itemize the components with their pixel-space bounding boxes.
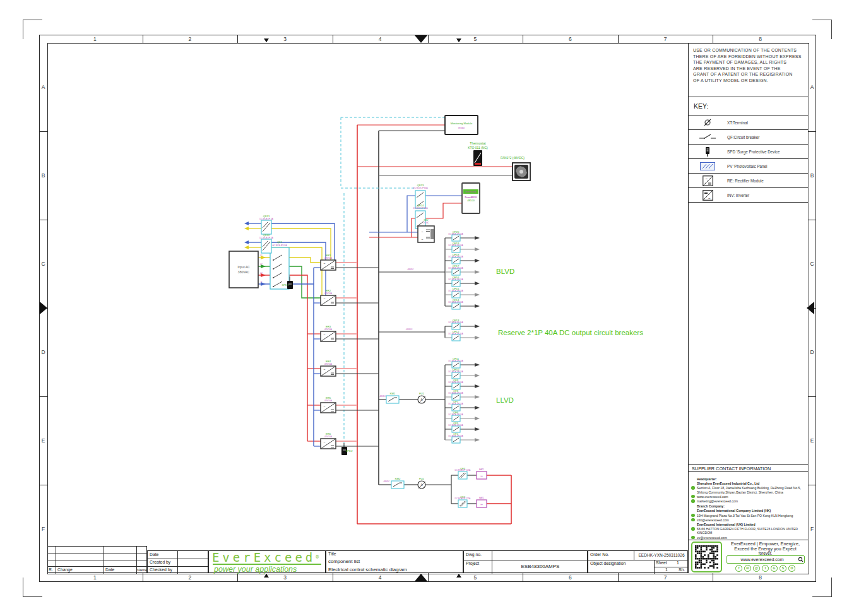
column-label-bottom: 8 xyxy=(759,574,762,581)
wire-arrow xyxy=(244,222,249,225)
breaker-QF4: QF4DC MCB 1P 63A xyxy=(445,432,475,444)
breaker-QF20: QF20DC MCB 1P 63A xyxy=(445,230,475,242)
column-label-bottom: 4 xyxy=(379,574,382,581)
object-designation-label: Object designation xyxy=(590,561,626,566)
column-label-top: 4 xyxy=(379,36,382,42)
column-label-top: 7 xyxy=(664,36,667,42)
quarter-mark xyxy=(456,38,461,42)
svg-text:LLVD: LLVD xyxy=(496,396,514,404)
wire-arrow xyxy=(475,293,480,297)
drawing-title-line1: component list xyxy=(328,559,360,564)
svg-text:DC MCB 1P 63A: DC MCB 1P 63A xyxy=(448,392,463,394)
wire-arrow xyxy=(475,395,480,399)
svg-text:FAN1*2 (48VDC): FAN1*2 (48VDC) xyxy=(501,156,525,160)
registered-mark: ® xyxy=(316,554,322,560)
svg-text:SPD2: SPD2 xyxy=(346,449,353,453)
breaker-QF18: QF18DC MCB 1P 63A xyxy=(445,253,475,264)
key-row-label: RE: Rectifier Module xyxy=(727,179,764,183)
drawing-page: 1122334455667788AABBCCDDEEFF USE OR COMM… xyxy=(0,0,854,616)
column-label-top: 1 xyxy=(93,36,97,42)
project-label: Project xyxy=(466,561,479,566)
supplier-contact-info: Headquarter:Shenzhen EverExceed Industri… xyxy=(688,473,805,538)
title-label: Title xyxy=(328,552,336,556)
key-legend: XT:TerminalQF:Circuit breakerSPD 'Surge … xyxy=(688,115,808,203)
svg-text:DC MCB 1P 63A: DC MCB 1P 63A xyxy=(448,424,463,427)
svg-text:~: ~ xyxy=(324,367,326,371)
column-tick xyxy=(237,35,238,43)
svg-text:~: ~ xyxy=(324,261,326,265)
rectifier-ER6: ~ER648V/50A xyxy=(314,432,379,449)
key-row-label: PV 'Photovoltaic Panel xyxy=(727,164,768,169)
row-tick xyxy=(808,131,816,132)
wire-arrow xyxy=(244,246,249,249)
breaker-QF17: QF17DC MCB 1P 63A xyxy=(445,264,475,276)
wire-arrow xyxy=(475,438,480,442)
dwg-no-label: Dwg no. xyxy=(466,552,482,557)
svg-text:KM2: KM2 xyxy=(395,477,401,480)
rectifier-ER4: ~ER448V/50A xyxy=(314,360,379,377)
wire-arrow xyxy=(244,227,249,230)
svg-text:EverExceed: EverExceed xyxy=(466,191,477,193)
svg-text:DC MCB 1P 63A: DC MCB 1P 63A xyxy=(448,244,463,247)
column-tick xyxy=(713,573,713,581)
svg-text:DC MCB 2P 63A: DC MCB 2P 63A xyxy=(413,207,428,210)
rectifier-ER1: ~ER148V/50A xyxy=(314,254,379,271)
svg-text:DC MCB 1P 63A: DC MCB 1P 63A xyxy=(448,290,463,292)
svg-text:DC/AC: DC/AC xyxy=(423,222,429,224)
svg-text:AC MCB 4P 63A: AC MCB 4P 63A xyxy=(273,244,288,247)
row-label-left: B xyxy=(42,172,45,179)
row-tick xyxy=(39,220,47,220)
contact-line: Branch Company: xyxy=(697,504,804,508)
svg-text:DC MCB 1P 63A: DC MCB 1P 63A xyxy=(448,370,463,373)
pv-breaker-QF21: QF21DC MCB 2P 4A xyxy=(259,215,273,234)
svg-text:DC MCB 1P 63A: DC MCB 1P 63A xyxy=(448,301,463,304)
search-icon xyxy=(798,557,804,562)
wire-voltage-label: -48VDC xyxy=(383,480,390,483)
center-mark-bottom xyxy=(415,574,427,581)
supplier-contact-header: SUPPLIER CONTACT INFORMATION xyxy=(688,464,808,472)
column-tick xyxy=(428,35,429,43)
everexceed-logo: EverExceed® xyxy=(209,551,325,564)
breaker-QF13: QF13DC MCB 1P 40A xyxy=(445,319,475,330)
breaker-QF15: QF15DC MCB 1P 63A xyxy=(445,287,475,299)
disclaimer-line: USE OR COMMUNICATION OF THE CONTENTS xyxy=(693,47,804,54)
pin-icon xyxy=(691,486,695,490)
breaker-QF19: QF19DC MCB 1P 63A xyxy=(445,242,475,253)
disclaimer-line: OF A UTILITY MODEL OR DESIGN. xyxy=(693,78,804,84)
rev-col-change: Change xyxy=(57,567,73,572)
svg-text:~: ~ xyxy=(324,333,326,336)
key-row-label: XT:Terminal xyxy=(727,121,748,125)
pin-icon xyxy=(691,527,695,531)
pin-contact-line: Section A, Floor 18, Jiamelisha Kechuang… xyxy=(697,486,804,494)
brand-tagline: forever. xyxy=(759,552,773,555)
row-label-right: F xyxy=(810,526,814,532)
svg-text:~: ~ xyxy=(422,237,424,241)
mail-icon xyxy=(691,536,695,540)
disclaimer-line: ARE RESERVED IN THE EVENT OF THE xyxy=(693,66,804,72)
wire-arrow xyxy=(244,240,249,244)
row-label-left: F xyxy=(42,526,45,532)
row-tick xyxy=(808,396,816,397)
wire-arrow xyxy=(261,282,266,286)
row-label-left: A xyxy=(42,84,45,90)
sheet-count: 1 xyxy=(665,567,668,572)
breaker-QF12: QF12DC MCB 1P 40A xyxy=(445,330,475,341)
wire-voltage-label: -48VDC xyxy=(405,328,413,331)
svg-text:FU1: FU1 xyxy=(419,392,425,395)
key-row: PV 'Photovoltaic Panel xyxy=(688,158,808,173)
svg-text:DC MCB 1P 63A: DC MCB 1P 63A xyxy=(448,360,463,362)
fan-unit: FAN1*2 (48VDC) xyxy=(501,156,530,181)
svg-text:Monitoring Module: Monitoring Module xyxy=(451,122,473,125)
svg-text:BAT1: BAT1 xyxy=(479,468,484,471)
wire-voltage-label: -48VDC xyxy=(406,268,414,271)
key-row-label: QF:Circuit breaker xyxy=(727,135,759,139)
breaker-QF11: QF11DC MCB 1P 63A xyxy=(445,357,475,369)
mail-contact-line: info@everexceed.com xyxy=(697,518,804,522)
row-label-right: A xyxy=(810,84,814,90)
svg-text:»»: »» xyxy=(480,475,483,478)
column-tick xyxy=(428,573,429,581)
dwg-project-block: Dwg no. Project ESB48300AMPS xyxy=(463,550,588,573)
twitter-icon: t xyxy=(762,565,769,572)
row-tick xyxy=(39,485,47,485)
disclaimer-line: THE PAYMENT OF DAMAGES, ALL RIGHTS xyxy=(693,59,804,66)
